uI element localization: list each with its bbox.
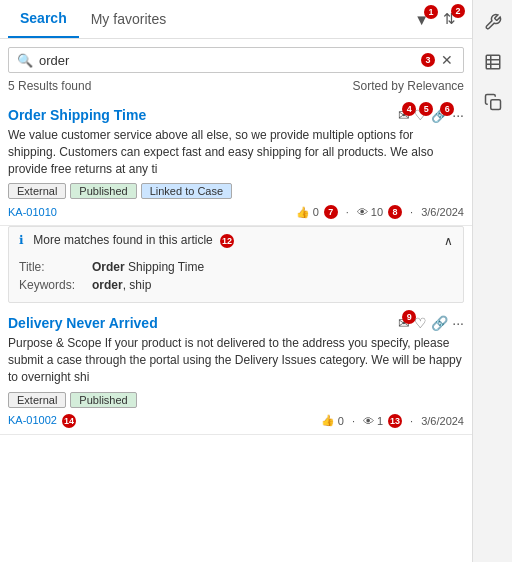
stat-dot4: · <box>410 415 413 427</box>
like-icon[interactable]: ♡ 5 <box>414 107 427 123</box>
match-keywords-label: Keywords: <box>19 278 84 292</box>
sort-button[interactable]: ⇅ 2 <box>439 8 460 30</box>
link-icon[interactable]: 🔗 6 <box>431 107 448 123</box>
results-sort: Sorted by Relevance <box>353 79 464 93</box>
svg-rect-0 <box>486 55 500 69</box>
match-title-label: Title: <box>19 260 84 274</box>
article-id-text: KA-01002 <box>8 414 57 426</box>
thumbs-up-icon-2: 👍 <box>321 414 335 427</box>
tag-linked-to-case[interactable]: Linked to Case <box>141 183 232 199</box>
article-card-2: Delivery Never Arrived ✉ 9 ♡ 🔗 ··· Purpo… <box>0 307 472 434</box>
clear-search-button[interactable]: ✕ <box>439 52 455 68</box>
sort-badge: 2 <box>451 4 465 18</box>
stat-dot-3: · <box>352 415 355 427</box>
like-stat: 👍 0 7 <box>296 205 338 219</box>
filter-button[interactable]: ▼ 1 <box>410 9 433 30</box>
article-stats-2: 👍 0 · 👁 1 13 · 3/6/2024 <box>321 414 464 428</box>
view-count-2: 1 <box>377 415 383 427</box>
match-title-value: Order Shipping Time <box>92 260 204 274</box>
search-icon: 🔍 <box>17 53 33 68</box>
search-input[interactable] <box>39 53 419 68</box>
stat-dot2: · <box>410 206 413 218</box>
like-count-2: 0 <box>338 415 344 427</box>
match-keywords-value: order, ship <box>92 278 151 292</box>
like-count: 0 <box>313 206 319 218</box>
article-title-2[interactable]: Delivery Never Arrived <box>8 315 390 331</box>
email-icon[interactable]: ✉ 4 <box>398 107 410 123</box>
filter-badge: 1 <box>424 5 438 19</box>
view-stat-2: 👁 1 13 <box>363 414 402 428</box>
article-date-2: 3/6/2024 <box>421 415 464 427</box>
sidebar-wrench-button[interactable] <box>475 4 511 40</box>
article-id[interactable]: KA-01010 <box>8 206 57 218</box>
eye-icon-2: 👁 <box>363 415 374 427</box>
info-icon: ℹ <box>19 233 24 247</box>
article-card: Order Shipping Time ✉ 4 ♡ 5 🔗 6 ··· <box>0 99 472 226</box>
match-keywords-row: Keywords: order, ship <box>19 276 453 294</box>
more-matches-text: More matches found in this article <box>33 233 212 247</box>
stat-badge-8: 8 <box>388 205 402 219</box>
results-header: 5 Results found Sorted by Relevance <box>0 73 472 99</box>
article-body-2: Purpose & Scope If your product is not d… <box>8 335 464 385</box>
tab-actions: ▼ 1 ⇅ 2 <box>410 8 464 30</box>
link-icon-2[interactable]: 🔗 <box>431 315 448 331</box>
tag-published-2[interactable]: Published <box>70 392 136 408</box>
more-matches-badge: 12 <box>220 234 234 248</box>
tab-favorites[interactable]: My favorites <box>79 1 178 37</box>
id-badge-14: 14 <box>62 414 76 428</box>
email-icon-2[interactable]: ✉ 9 <box>398 315 410 331</box>
thumbs-up-icon: 👍 <box>296 206 310 219</box>
article-stats: 👍 0 7 · 👁 10 8 · 3/6/2024 <box>296 205 464 219</box>
chevron-up-icon: ∧ <box>444 234 453 248</box>
stat-badge-7: 7 <box>324 205 338 219</box>
results-count: 5 Results found <box>8 79 91 93</box>
more-icon[interactable]: ··· <box>452 107 464 123</box>
more-matches-header[interactable]: ℹ More matches found in this article 12 … <box>9 227 463 254</box>
article-title[interactable]: Order Shipping Time <box>8 107 390 123</box>
article-actions-2: ✉ 9 ♡ 🔗 ··· <box>398 315 464 331</box>
tab-search[interactable]: Search <box>8 0 79 38</box>
article-date: 3/6/2024 <box>421 206 464 218</box>
article-header: Order Shipping Time ✉ 4 ♡ 5 🔗 6 ··· <box>8 107 464 123</box>
sidebar-copy-button[interactable] <box>475 84 511 120</box>
view-count: 10 <box>371 206 383 218</box>
svg-rect-4 <box>490 100 500 110</box>
search-bar: 🔍 3 ✕ <box>8 47 464 73</box>
main-content: Search My favorites ▼ 1 ⇅ 2 🔍 3 ✕ 5 Resu <box>0 0 472 562</box>
tabs-bar: Search My favorites ▼ 1 ⇅ 2 <box>0 0 472 39</box>
more-matches-body: Title: Order Shipping Time Keywords: ord… <box>9 254 463 302</box>
tag-external-2[interactable]: External <box>8 392 66 408</box>
view-stat: 👁 10 8 <box>357 205 402 219</box>
article-id-2[interactable]: KA-01002 14 <box>8 414 76 428</box>
article-footer: KA-01010 👍 0 7 · 👁 10 8 · 3/6/2024 <box>8 205 464 219</box>
right-sidebar <box>472 0 512 562</box>
article-header-2: Delivery Never Arrived ✉ 9 ♡ 🔗 ··· <box>8 315 464 331</box>
article-tags: External Published Linked to Case <box>8 183 464 199</box>
stat-badge-13: 13 <box>388 414 402 428</box>
match-title-row: Title: Order Shipping Time <box>19 258 453 276</box>
article-footer-2: KA-01002 14 👍 0 · 👁 1 13 · 3/6/2024 <box>8 414 464 428</box>
eye-icon: 👁 <box>357 206 368 218</box>
more-icon-2[interactable]: ··· <box>452 315 464 331</box>
article-actions: ✉ 4 ♡ 5 🔗 6 ··· <box>398 107 464 123</box>
article-body: We value customer service above all else… <box>8 127 464 177</box>
like-icon-2[interactable]: ♡ <box>414 315 427 331</box>
more-matches-label: ℹ More matches found in this article 12 <box>19 233 234 248</box>
tag-published[interactable]: Published <box>70 183 136 199</box>
article-tags-2: External Published <box>8 392 464 408</box>
search-count-badge: 3 <box>421 53 435 67</box>
stat-dot: · <box>346 206 349 218</box>
more-matches-section: ℹ More matches found in this article 12 … <box>8 226 464 303</box>
tag-external[interactable]: External <box>8 183 66 199</box>
sidebar-table-button[interactable] <box>475 44 511 80</box>
like-stat-2: 👍 0 <box>321 414 344 427</box>
